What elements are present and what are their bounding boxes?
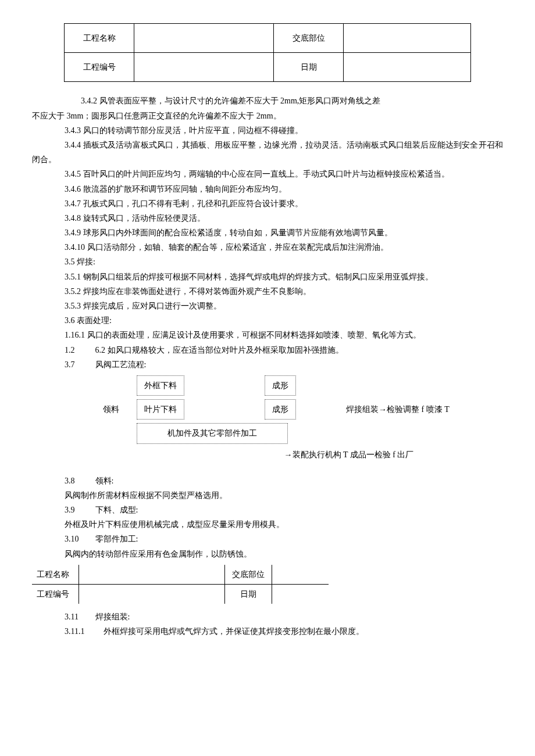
p-344: 3.4.4 插板式及活动富板式风口，其插板、用板应平整，边缘光滑，拉动灵活。活动… [32,138,503,167]
p-37-num: 3.7 [65,357,93,372]
p-3111-num: 3.11.1 [65,624,101,639]
header-table: 工程名称 交底部位 工程编号 日期 [64,23,471,82]
p-38b: 风阀制作所需材料应根据不同类型严格选用。 [32,488,503,503]
flow-right: 焊接组装→检验调整 f 喷漆 T [323,402,450,417]
p-345: 3.4.5 百叶风口的叶片间距应均匀，两端轴的中心应在同一直线上。手动式风口叶片… [32,167,503,181]
p-36: 3.6 表面处理: [32,313,503,328]
p-39-txt: 下料、成型: [95,506,138,514]
header-r2c2 [134,53,274,82]
p-351: 3.5.1 钢制风口组装后的焊接可根据不同材料，选择气焊或电焊的焊接方式。铝制风… [32,270,503,284]
flow-lingliao: 领料 [32,402,137,417]
p-347: 3.4.7 孔板式风口，孔口不得有毛剌，孔径和孔距应符合设计要求。 [32,196,503,211]
inner-r1c2: 交底部位 [225,565,272,585]
p-37: 3.7 风阀工艺流程: [32,357,503,372]
p-349: 3.4.9 球形风口内外球面间的配合应松紧适度，转动自如，风量调节片应能有效地调… [32,225,503,240]
p-35: 3.5 焊接: [32,255,503,269]
header-r1c4 [344,24,471,53]
header-r1c1: 工程名称 [65,24,134,53]
inner-r2c2: 日期 [225,585,272,604]
flow-box-3: 成形 [265,375,296,396]
inner-table: 工程名称 交底部位 工程编号 日期 [32,565,329,604]
p-3111: 3.11.1 外框焊接可采用电焊或气焊方式，并保证使其焊接变形控制在最小限度。 [32,624,503,639]
body-text: 3.4.2 风管表面应平整，与设计尺寸的允许偏差不应大于 2mm,矩形风口两对角… [32,94,503,639]
flow-box-2: 叶片下料 [137,399,184,420]
p-348: 3.4.8 旋转式风口，活动件应轻便灵活。 [32,211,503,225]
p-310: 3.10 零部件加工: [32,532,503,546]
inner-r1c1: 工程名称 [32,565,79,585]
p-342: 3.4.2 风管表面应平整，与设计尺寸的允许偏差不应大于 2mm,矩形风口两对角… [32,94,503,108]
p-346: 3.4.6 散流器的扩散环和调节环应同轴，轴向间距分布应均匀。 [32,182,503,196]
p-12-num: 1.2 [65,343,93,357]
p-311: 3.11 焊接组装: [32,610,503,624]
flow-caption: →装配执行机构 T 成品一检验 f 出厂 [195,447,503,462]
flow-box-4: 成形 [265,399,296,420]
p-343: 3.4.3 风口的转动调节部分应灵活，叶片应平直，同边框不得碰撞。 [32,123,503,138]
p-310-txt: 零部件加工: [95,535,138,543]
p-12: 1.2 6.2 如风口规格较大，应在适当部位对叶片及外框采取加固补强措施。 [32,343,503,357]
p-353: 3.5.3 焊接完成后，应对风口进行一次调整。 [32,299,503,313]
p-38-txt: 领料: [95,476,114,485]
header-r2c4 [344,53,471,82]
flow-box-1: 外框下料 [137,375,184,396]
p-39: 3.9 下料、成型: [32,503,503,517]
p-12-txt: 6.2 如风口规格较大，应在适当部位对叶片及外框采取加固补强措施。 [95,346,344,354]
p-38-num: 3.8 [65,474,93,488]
p-3111-txt: 外框焊接可采用电焊或气焊方式，并保证使其焊接变形控制在最小限度。 [104,627,364,636]
p-310b: 风阀内的转动部件应采用有色金属制作，以防锈蚀。 [32,547,503,561]
p-3410: 3.4.10 风口活动部分，如轴、轴套的配合等，应松紧适宜，并应在装配完成后加注… [32,240,503,255]
header-r1c2 [134,24,274,53]
header-r2c3: 日期 [274,53,344,82]
flow-box-5: 机加件及其它零部件加工 [137,423,288,443]
flow-diagram: 外框下料 成形 领料 叶片下料 成形 焊接组装→检验调整 f 喷漆 T 机加件及… [32,375,503,444]
p-342b: 不应大于 3mm；圆形风口任意两正交直径的允许偏差不应大于 2mm。 [32,109,503,123]
header-r2c1: 工程编号 [65,53,134,82]
p-352: 3.5.2 焊接均应在非装饰面处进行，不得对装饰面外观产生不良影响。 [32,284,503,299]
p-37-txt: 风阀工艺流程: [95,360,147,369]
p-38: 3.8 领料: [32,474,503,488]
p-39b: 外框及叶片下料应使用机械完成，成型应尽量采用专用模具。 [32,517,503,532]
p-310-num: 3.10 [65,532,93,546]
p-1161: 1.16.1 风口的表面处理，应满足设计及使用要求，可根据不同材料选择如喷漆、喷… [32,328,503,342]
header-r1c3: 交底部位 [274,24,344,53]
p-311-num: 3.11 [65,610,93,624]
p-39-num: 3.9 [65,503,93,517]
inner-r2c1: 工程编号 [32,585,79,604]
p-311-txt: 焊接组装: [95,612,130,621]
